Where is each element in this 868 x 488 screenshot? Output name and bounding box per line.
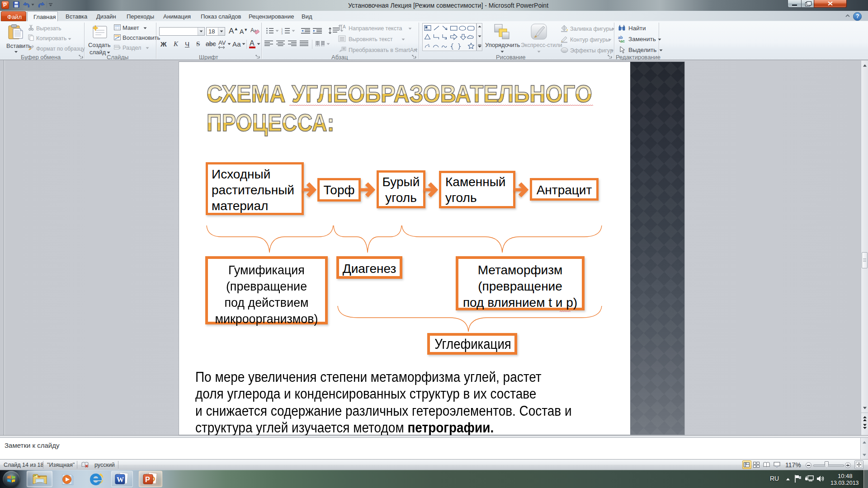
svg-text:P: P [145, 476, 150, 483]
svg-text:3: 3 [281, 32, 283, 34]
svg-text:W: W [117, 476, 124, 483]
svg-text:ac: ac [620, 39, 625, 43]
svg-text:А: А [343, 24, 346, 29]
